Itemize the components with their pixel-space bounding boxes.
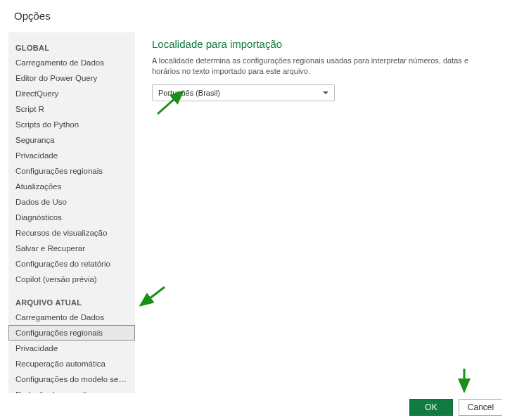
sidebar-item-copilot[interactable]: Copilot (versão prévia): [8, 272, 135, 287]
sidebar-item-preview-features[interactable]: Recursos de visualização: [8, 225, 135, 241]
sidebar-item-regional-global[interactable]: Configurações regionais: [8, 163, 135, 179]
sidebar-item-semantic-model[interactable]: Configurações do modelo semân...: [8, 371, 135, 387]
content-pane: Localidade para importação A localidade …: [135, 32, 505, 393]
content-title: Localidade para importação: [152, 38, 492, 50]
chevron-down-icon: [323, 91, 328, 94]
dialog-footer: OK Cancel: [409, 399, 505, 416]
cancel-button[interactable]: Cancel: [459, 399, 502, 416]
sidebar-header-current-file: ARQUIVO ATUAL: [8, 294, 135, 310]
sidebar-item-file-privacy[interactable]: Privacidade: [8, 341, 135, 356]
sidebar-item-usage-data[interactable]: Dados de Uso: [8, 194, 135, 210]
locale-dropdown[interactable]: Português (Brasil): [152, 84, 335, 101]
sidebar-item-file-data-load[interactable]: Carregamento de Dados: [8, 310, 135, 325]
sidebar-item-power-query-editor[interactable]: Editor do Power Query: [8, 70, 135, 86]
sidebar-item-privacy-global[interactable]: Privacidade: [8, 148, 135, 163]
locale-selected-value: Português (Brasil): [158, 89, 220, 97]
sidebar: GLOBAL Carregamento de Dados Editor do P…: [8, 32, 135, 393]
sidebar-item-security[interactable]: Segurança: [8, 132, 135, 148]
sidebar-header-global: GLOBAL: [8, 39, 135, 55]
sidebar-item-directquery[interactable]: DirectQuery: [8, 86, 135, 101]
content-description: A localidade determina as configurações …: [152, 56, 492, 77]
sidebar-item-file-regional[interactable]: Configurações regionais: [8, 325, 135, 341]
sidebar-item-report-settings-global[interactable]: Configurações do relatório: [8, 256, 135, 272]
sidebar-item-diagnostics[interactable]: Diagnósticos: [8, 210, 135, 225]
sidebar-item-auto-recovery[interactable]: Recuperação automática: [8, 356, 135, 371]
ok-button[interactable]: OK: [409, 399, 453, 416]
sidebar-item-query-reduction[interactable]: Redução de consulta: [8, 387, 135, 393]
sidebar-item-global-data-load[interactable]: Carregamento de Dados: [8, 55, 135, 70]
dialog-title: Opções: [0, 0, 505, 22]
sidebar-item-script-r[interactable]: Script R: [8, 101, 135, 117]
sidebar-item-python-scripts[interactable]: Scripts do Python: [8, 117, 135, 132]
options-main: GLOBAL Carregamento de Dados Editor do P…: [8, 32, 505, 393]
sidebar-item-updates[interactable]: Atualizações: [8, 179, 135, 194]
sidebar-item-save-recover[interactable]: Salvar e Recuperar: [8, 241, 135, 256]
